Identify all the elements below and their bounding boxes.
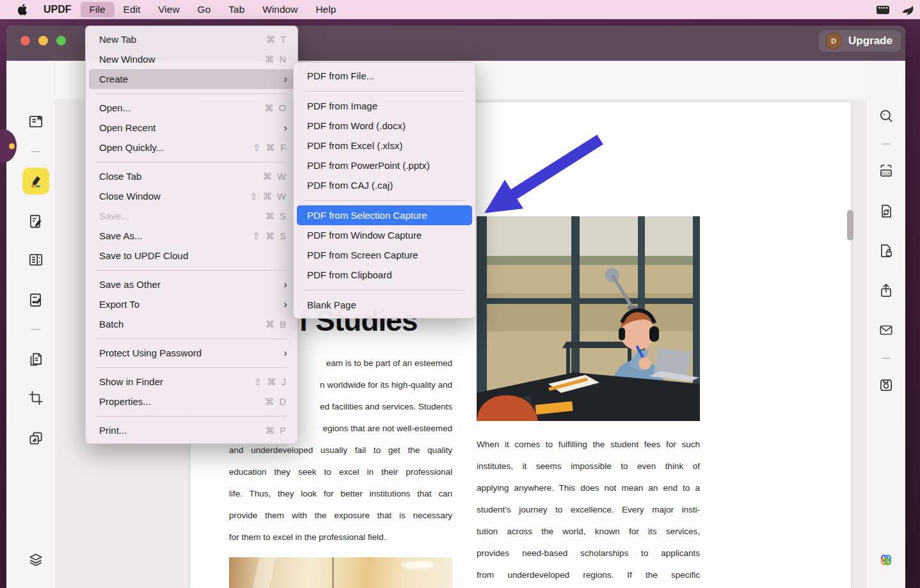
submenu-item[interactable]: PDF from Window Capture [297, 225, 472, 245]
zoom-window-button[interactable] [56, 36, 66, 45]
menu-item[interactable]: Close Tab ⌘ W [89, 166, 294, 186]
menubar-item[interactable]: Tab [219, 2, 253, 17]
menu-item-shortcut: › [283, 278, 287, 291]
submenu-item[interactable]: PDF from CAJ (.caj) [297, 175, 472, 195]
keyboard-icon[interactable] [875, 4, 891, 15]
menu-item[interactable]: Create › [89, 69, 294, 89]
submenu-item-label: PDF from Selection Capture [307, 210, 465, 221]
menu-item-label: Open Recent [99, 122, 283, 133]
input-source-bird-icon[interactable] [901, 3, 915, 16]
submenu-item[interactable]: PDF from Word (.docx) [297, 116, 472, 136]
document-text-line: life. Thus, they look for better institu… [229, 483, 452, 505]
menu-separator [96, 416, 287, 417]
snapshot-button[interactable] [22, 425, 49, 452]
menu-item[interactable]: Save As... ⇧ ⌘ S [89, 226, 294, 246]
menu-item[interactable]: Close Window ⇧ ⌘ W [89, 186, 294, 206]
crop-icon [28, 390, 44, 406]
menu-item[interactable]: Save... ⌘ S [89, 206, 294, 226]
ai-assistant-button[interactable] [873, 546, 900, 573]
menu-item-shortcut: › [283, 298, 287, 311]
submenu-item[interactable]: PDF from File... [297, 66, 472, 86]
protect-button[interactable] [873, 237, 900, 264]
submenu-item-label: PDF from Window Capture [307, 230, 465, 241]
submenu-item[interactable]: PDF from Image [297, 96, 472, 116]
search-button[interactable] [873, 102, 900, 129]
submenu-item[interactable]: PDF from PowerPoint (.pptx) [297, 155, 472, 175]
share-button[interactable] [873, 277, 900, 304]
menu-item-shortcut: ⌘ O [264, 103, 287, 113]
menu-item-shortcut: ⌘ S [266, 211, 287, 221]
menubar-item[interactable]: File [81, 2, 115, 17]
submenu-item-label: PDF from CAJ (.caj) [307, 180, 465, 191]
menu-item-label: Save as Other [99, 279, 283, 290]
menu-item[interactable]: Properties... ⌘ D [89, 392, 294, 411]
edit-pdf-button[interactable] [22, 208, 49, 235]
menubar-item[interactable]: Edit [115, 2, 150, 17]
menubar-item[interactable]: UPDF [35, 2, 81, 17]
submenu-item-label: PDF from PowerPoint (.pptx) [307, 160, 465, 171]
fill-sign-button[interactable] [22, 287, 49, 314]
submenu-item[interactable]: PDF from Clipboard [297, 265, 472, 285]
file-menu: New Tab ⌘ T New Window ⌘ N Create › Open… [85, 26, 298, 444]
save-button[interactable] [873, 372, 900, 399]
apple-menu-icon[interactable] [17, 3, 28, 16]
menu-item-label: Open... [99, 102, 264, 113]
submenu-item[interactable]: PDF from Selection Capture [297, 205, 472, 225]
document-text-line: tution across the world, known for its s… [477, 521, 700, 543]
edit-page-icon [28, 213, 44, 230]
menu-item[interactable]: Export To › [89, 294, 294, 314]
menu-item[interactable]: Batch ⌘ B [89, 314, 294, 334]
photo-detail [401, 561, 434, 569]
layers-icon [28, 552, 44, 568]
menu-item[interactable]: Show in Finder ⇧ ⌘ J [89, 372, 294, 392]
submenu-item-label: PDF from Image [307, 100, 465, 111]
menu-item[interactable]: Open Recent › [89, 118, 294, 138]
submenu-item[interactable]: Blank Page [297, 295, 472, 315]
menu-item[interactable]: Save as Other › [89, 274, 294, 294]
menu-item[interactable]: Open... ⌘ O [89, 98, 294, 118]
highlighter-icon [28, 173, 44, 189]
reader-mode-button[interactable] [22, 108, 49, 135]
document-text-line: for them to excel in the professional fi… [229, 527, 452, 548]
convert-button[interactable] [873, 198, 900, 225]
menubar-item[interactable]: Go [189, 2, 220, 17]
menubar-item[interactable]: View [149, 2, 188, 17]
highlighter-tool-button-active[interactable] [22, 168, 49, 195]
menu-item-shortcut: ⌘ D [265, 397, 287, 407]
menu-item[interactable]: New Window ⌘ N [89, 49, 294, 69]
menu-item[interactable]: Protect Using Password › [89, 343, 294, 363]
save-icon [878, 377, 894, 393]
user-avatar[interactable]: D [825, 33, 842, 49]
vertical-scrollbar-thumb[interactable] [847, 210, 853, 241]
page-copy-button[interactable] [22, 346, 49, 373]
upgrade-button[interactable]: D Upgrade [819, 30, 901, 52]
menu-item-shortcut: ⌘ N [265, 54, 287, 65]
menu-separator [96, 338, 287, 339]
submenu-item[interactable]: PDF from Excel (.xlsx) [297, 136, 472, 155]
close-window-button[interactable] [20, 36, 30, 45]
menu-item-shortcut: ⌘ T [266, 35, 287, 45]
menu-item[interactable]: Save to UPDF Cloud [89, 246, 294, 266]
submenu-item-label: PDF from Screen Capture [307, 250, 465, 260]
menu-item-label: Close Window [99, 191, 250, 202]
crop-pages-button[interactable] [22, 385, 49, 411]
menubar-item[interactable]: Window [253, 2, 306, 17]
ocr-button[interactable]: OCR [873, 157, 900, 184]
mail-button[interactable] [873, 317, 900, 344]
minimize-window-button[interactable] [38, 36, 48, 45]
layers-button[interactable] [22, 546, 49, 573]
menu-separator [304, 290, 465, 290]
menu-item-label: Protect Using Password [99, 347, 283, 358]
menu-item-shortcut: › [283, 73, 287, 86]
organize-pages-button[interactable] [22, 246, 49, 273]
menu-item[interactable]: Print... ⌘ P [89, 420, 294, 440]
menu-item-label: Export To [99, 299, 283, 310]
menu-item-label: Save... [99, 211, 266, 221]
submenu-item[interactable]: PDF from Screen Capture [297, 245, 472, 265]
menu-item[interactable]: New Tab ⌘ T [89, 29, 294, 49]
menu-item[interactable]: Open Quickly... ⇧ ⌘ F [89, 138, 294, 157]
menubar-item[interactable]: Help [306, 2, 345, 17]
document-photo-interior-strip [229, 557, 452, 588]
menu-item-label: New Window [99, 54, 265, 65]
menu-item-shortcut: ⇧ ⌘ F [253, 143, 287, 153]
